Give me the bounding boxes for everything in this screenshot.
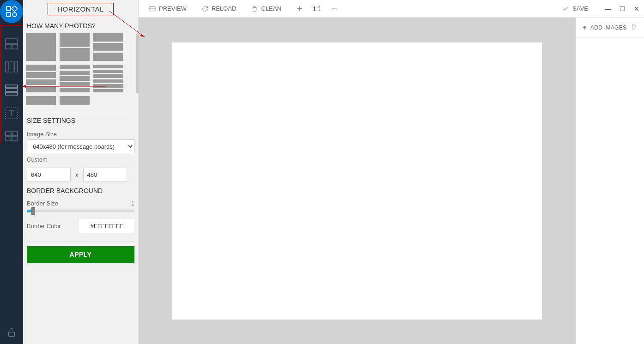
layout-custom-tool[interactable] bbox=[0, 125, 23, 148]
svg-rect-6 bbox=[12, 44, 18, 49]
clean-button[interactable]: CLEAN bbox=[245, 0, 286, 18]
reload-button[interactable]: RELOAD bbox=[196, 0, 242, 18]
image-size-select[interactable]: 640x480 (for message boards) bbox=[27, 139, 134, 153]
clean-icon bbox=[251, 5, 258, 12]
reload-label: RELOAD bbox=[212, 5, 236, 12]
svg-point-3 bbox=[12, 12, 17, 17]
window-maximize[interactable]: ☐ bbox=[620, 5, 626, 12]
section-border-background: BORDER BACKGROUND bbox=[23, 186, 138, 198]
images-panel: + ADD IMAGES bbox=[576, 18, 644, 344]
label-image-size: Image Size bbox=[23, 128, 138, 139]
custom-separator: x bbox=[75, 171, 79, 178]
save-label: SAVE bbox=[572, 5, 588, 12]
unlock-icon bbox=[6, 327, 17, 338]
columns-icon bbox=[4, 60, 19, 74]
border-color-row: Border Color #FFFFFFFF bbox=[23, 212, 138, 239]
layout-option-4[interactable] bbox=[26, 65, 56, 92]
preview-label: PREVIEW bbox=[159, 5, 187, 12]
layout-grid-tool[interactable] bbox=[0, 32, 23, 55]
custom-size-row: x bbox=[23, 165, 138, 186]
svg-rect-12 bbox=[6, 92, 18, 95]
divider-2 bbox=[27, 241, 134, 241]
settings-sidebar: HORIZONTAL HOW MANY PHOTOS? SIZE SETTING… bbox=[23, 0, 139, 344]
layout-template-grid bbox=[23, 33, 138, 110]
svg-rect-14 bbox=[6, 132, 11, 136]
svg-rect-18 bbox=[9, 332, 15, 336]
svg-rect-5 bbox=[6, 44, 11, 49]
delete-images-button[interactable] bbox=[630, 23, 638, 32]
svg-rect-0 bbox=[6, 6, 11, 11]
app-logo[interactable] bbox=[0, 0, 23, 23]
layout-vertical-tool[interactable] bbox=[0, 55, 23, 78]
custom-height-input[interactable] bbox=[83, 168, 127, 181]
svg-rect-7 bbox=[6, 62, 9, 72]
add-images-row: + ADD IMAGES bbox=[576, 18, 644, 38]
border-size-value: 1 bbox=[131, 200, 134, 207]
trash-icon bbox=[630, 23, 638, 30]
clean-label: CLEAN bbox=[261, 5, 281, 12]
preview-icon bbox=[149, 5, 156, 12]
grid-4-icon bbox=[4, 129, 19, 144]
window-minimize[interactable]: — bbox=[605, 5, 611, 12]
layout-option-8[interactable] bbox=[60, 96, 90, 105]
canvas-page[interactable] bbox=[172, 42, 542, 320]
checkmark-icon bbox=[562, 5, 570, 12]
svg-rect-15 bbox=[12, 132, 18, 136]
window-close[interactable]: ✕ bbox=[634, 5, 639, 12]
text-frame-icon bbox=[4, 106, 19, 121]
layout-option-3[interactable] bbox=[93, 33, 123, 61]
slider-thumb[interactable] bbox=[31, 207, 35, 215]
lock-toggle[interactable] bbox=[0, 321, 23, 344]
layout-option-2[interactable] bbox=[60, 33, 90, 61]
layout-option-6[interactable] bbox=[93, 65, 123, 92]
svg-rect-10 bbox=[6, 85, 18, 88]
zoom-in-button[interactable]: + bbox=[295, 4, 304, 13]
border-color-value[interactable]: #FFFFFFFF bbox=[79, 219, 134, 233]
svg-rect-2 bbox=[6, 12, 11, 17]
section-how-many-photos: HOW MANY PHOTOS? bbox=[23, 18, 138, 33]
layout-option-1[interactable] bbox=[26, 33, 56, 61]
plus-icon: + bbox=[583, 24, 587, 32]
layout-text-tool[interactable] bbox=[0, 102, 23, 125]
reload-icon bbox=[201, 5, 209, 12]
zoom-level[interactable]: 1:1 bbox=[312, 5, 321, 12]
zoom-out-button[interactable]: − bbox=[330, 4, 339, 13]
svg-rect-8 bbox=[10, 62, 13, 72]
svg-rect-17 bbox=[12, 137, 18, 141]
grid-2x2-icon bbox=[4, 36, 19, 51]
preview-button[interactable]: PREVIEW bbox=[143, 0, 192, 18]
svg-rect-1 bbox=[12, 6, 17, 11]
label-border-color: Border Color bbox=[27, 223, 74, 229]
border-size-slider[interactable] bbox=[27, 210, 134, 212]
add-images-button[interactable]: ADD IMAGES bbox=[590, 24, 626, 31]
layout-horizontal-tool[interactable] bbox=[0, 78, 23, 102]
label-border-size: Border Size bbox=[27, 200, 58, 207]
svg-rect-16 bbox=[6, 137, 11, 141]
label-custom: Custom bbox=[23, 153, 138, 165]
layout-mode-title: HORIZONTAL bbox=[48, 3, 114, 15]
section-size-settings: SIZE SETTINGS bbox=[23, 112, 138, 128]
zoom-controls: + 1:1 − bbox=[295, 4, 339, 13]
logo-grid-icon bbox=[6, 6, 18, 18]
svg-rect-9 bbox=[14, 62, 18, 72]
canvas-area[interactable] bbox=[139, 18, 576, 344]
rows-icon bbox=[4, 83, 19, 97]
layout-option-7[interactable] bbox=[26, 96, 56, 105]
window-controls: — ☐ ✕ bbox=[605, 5, 639, 12]
svg-rect-4 bbox=[6, 39, 18, 43]
top-toolbar: PREVIEW RELOAD CLEAN + 1:1 − SAVE — ☐ ✕ bbox=[139, 0, 644, 18]
left-icon-bar bbox=[0, 0, 23, 344]
border-size-row: Border Size 1 bbox=[23, 198, 138, 212]
layout-option-5[interactable] bbox=[60, 65, 90, 92]
svg-rect-11 bbox=[6, 89, 18, 91]
custom-width-input[interactable] bbox=[27, 168, 71, 181]
sidebar-title-row: HORIZONTAL bbox=[23, 0, 138, 18]
apply-button[interactable]: APPLY bbox=[27, 246, 134, 263]
save-button[interactable]: SAVE bbox=[557, 0, 594, 18]
